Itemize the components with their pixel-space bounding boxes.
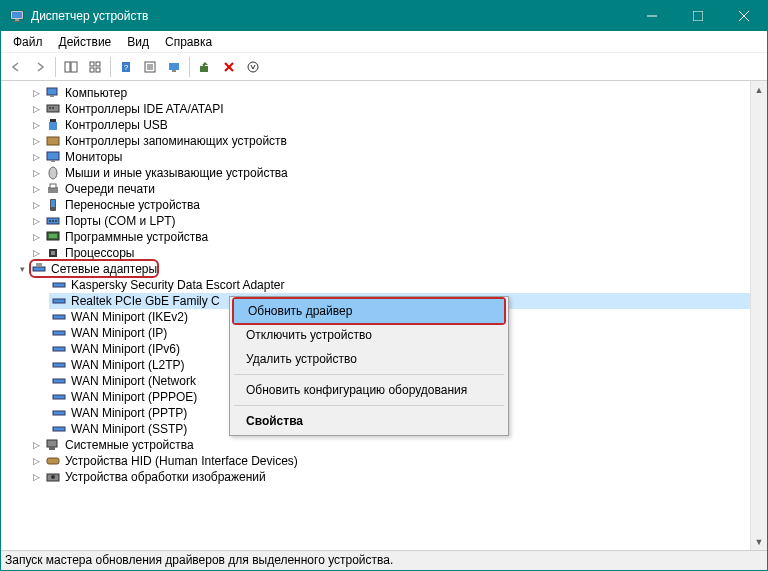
tree-node-monitors[interactable]: ▷Мониторы (29, 149, 767, 165)
ctx-scan-hardware[interactable]: Обновить конфигурацию оборудования (232, 378, 506, 402)
uninstall-button[interactable] (218, 56, 240, 78)
expander-icon[interactable]: ▷ (29, 470, 43, 484)
expander-icon[interactable]: ▷ (29, 86, 43, 100)
tree-node-network-adapters[interactable]: ▾ Сетевые адаптеры (15, 261, 767, 277)
node-label: Системные устройства (63, 437, 196, 453)
network-adapter-icon (51, 325, 67, 341)
menu-view[interactable]: Вид (119, 33, 157, 51)
help-button[interactable]: ? (115, 56, 137, 78)
node-label: WAN Miniport (IP) (69, 325, 169, 341)
tree-node-imaging[interactable]: ▷Устройства обработки изображений (29, 469, 767, 485)
node-label: WAN Miniport (IKEv2) (69, 309, 190, 325)
node-label: WAN Miniport (IPv6) (69, 341, 182, 357)
svg-rect-31 (50, 119, 56, 122)
svg-point-29 (49, 107, 51, 109)
portable-icon (45, 197, 61, 213)
svg-rect-5 (693, 11, 703, 21)
scan-hardware-button[interactable] (163, 56, 185, 78)
forward-button[interactable] (29, 56, 51, 78)
scroll-down-icon[interactable]: ▼ (751, 533, 767, 550)
svg-point-30 (52, 107, 54, 109)
titlebar: Диспетчер устройств (1, 1, 767, 31)
network-adapter-icon (51, 293, 67, 309)
context-separator (234, 405, 504, 406)
svg-rect-27 (50, 95, 54, 97)
tree-node-mice[interactable]: ▷Мыши и иные указывающие устройства (29, 165, 767, 181)
mouse-icon (45, 165, 61, 181)
svg-rect-52 (53, 299, 65, 303)
app-icon (9, 8, 25, 24)
svg-text:?: ? (124, 63, 129, 72)
node-label: WAN Miniport (L2TP) (69, 357, 187, 373)
toolbar-separator (189, 57, 190, 77)
menu-help[interactable]: Справка (157, 33, 220, 51)
tree-node-ports[interactable]: ▷Порты (COM и LPT) (29, 213, 767, 229)
expander-icon[interactable]: ▷ (29, 102, 43, 116)
svg-rect-40 (51, 200, 55, 207)
menu-action[interactable]: Действие (51, 33, 120, 51)
expander-icon[interactable]: ▷ (29, 246, 43, 260)
ctx-update-driver[interactable]: Обновить драйвер (234, 299, 504, 323)
svg-point-42 (49, 220, 51, 222)
expander-icon[interactable]: ▷ (29, 150, 43, 164)
tree-node-ide[interactable]: ▷Контроллеры IDE ATA/ATAPI (29, 101, 767, 117)
update-driver-button[interactable] (194, 56, 216, 78)
storage-icon (45, 133, 61, 149)
disable-button[interactable] (242, 56, 264, 78)
tree-node-storage[interactable]: ▷Контроллеры запоминающих устройств (29, 133, 767, 149)
expander-icon[interactable]: ▷ (29, 118, 43, 132)
svg-rect-12 (90, 68, 94, 72)
properties-button[interactable] (139, 56, 161, 78)
tree-node-software-devices[interactable]: ▷Программные устройства (29, 229, 767, 245)
node-label: Очереди печати (63, 181, 157, 197)
svg-rect-38 (50, 184, 56, 188)
show-hide-tree-button[interactable] (60, 56, 82, 78)
expander-icon[interactable]: ▷ (29, 214, 43, 228)
expander-icon[interactable]: ▷ (29, 182, 43, 196)
tree-node-system-devices[interactable]: ▷Системные устройства (29, 437, 767, 453)
printer-icon (45, 181, 61, 197)
context-separator (234, 374, 504, 375)
window-title: Диспетчер устройств (31, 9, 629, 23)
ctx-disable-device[interactable]: Отключить устройство (232, 323, 506, 347)
expander-icon[interactable]: ▾ (15, 262, 29, 276)
scroll-up-icon[interactable]: ▲ (751, 81, 767, 98)
expander-icon[interactable]: ▷ (29, 166, 43, 180)
device-manager-window: Диспетчер устройств Файл Действие Вид Сп… (0, 0, 768, 571)
expander-icon[interactable]: ▷ (29, 230, 43, 244)
tree-node-kaspersky-adapter[interactable]: Kaspersky Security Data Escort Adapter (49, 277, 767, 293)
tree-node-portable[interactable]: ▷Переносные устройства (29, 197, 767, 213)
expander-icon[interactable]: ▷ (29, 198, 43, 212)
svg-rect-54 (53, 331, 65, 335)
node-label: WAN Miniport (Network (69, 373, 198, 389)
toolbar: ? (1, 53, 767, 81)
tree-content: ▷Компьютер ▷Контроллеры IDE ATA/ATAPI ▷К… (1, 81, 767, 550)
tree-node-print-queues[interactable]: ▷Очереди печати (29, 181, 767, 197)
statusbar: Запуск мастера обновления драйверов для … (1, 550, 767, 570)
node-label: Контроллеры запоминающих устройств (63, 133, 289, 149)
expander-icon[interactable]: ▷ (29, 454, 43, 468)
vertical-scrollbar[interactable]: ▲ ▼ (750, 81, 767, 550)
ctx-uninstall-device[interactable]: Удалить устройство (232, 347, 506, 371)
close-button[interactable] (721, 1, 767, 31)
tree-node-usb[interactable]: ▷Контроллеры USB (29, 117, 767, 133)
tree-node-hid[interactable]: ▷Устройства HID (Human Interface Devices… (29, 453, 767, 469)
svg-rect-46 (49, 234, 57, 238)
toolbar-separator (55, 57, 56, 77)
grid-view-button[interactable] (84, 56, 106, 78)
svg-rect-63 (47, 458, 59, 464)
back-button[interactable] (5, 56, 27, 78)
node-label: Realtek PCIe GbE Family C (69, 293, 222, 309)
maximize-button[interactable] (675, 1, 721, 31)
tree-node-processors[interactable]: ▷Процессоры (29, 245, 767, 261)
expander-icon[interactable]: ▷ (29, 438, 43, 452)
expander-icon[interactable]: ▷ (29, 134, 43, 148)
ctx-properties[interactable]: Свойства (232, 409, 506, 433)
menu-file[interactable]: Файл (5, 33, 51, 51)
tree-node-computer[interactable]: ▷Компьютер (29, 85, 767, 101)
svg-rect-56 (53, 363, 65, 367)
network-adapter-icon (51, 421, 67, 437)
network-adapter-icon (51, 405, 67, 421)
minimize-button[interactable] (629, 1, 675, 31)
node-label: Устройства обработки изображений (63, 469, 268, 485)
